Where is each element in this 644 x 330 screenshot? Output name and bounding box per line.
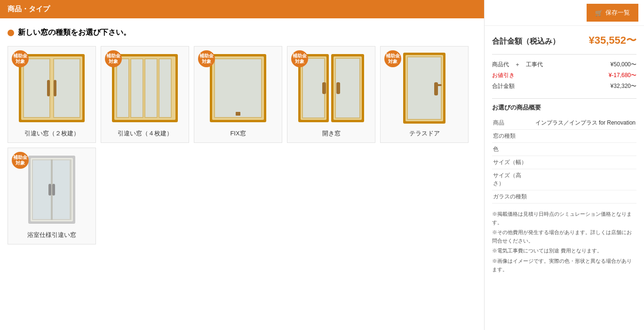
content-area: 新しい窓の種類をお選び下さい。 補助金対象	[0, 18, 484, 330]
sidebar-content: 合計金額（税込み） ¥35,552〜 商品代 ＋ 工事代¥50,000〜お値引き…	[485, 26, 644, 283]
product-row-label: 窓の種類	[492, 130, 530, 143]
divider-2	[492, 98, 636, 99]
svg-rect-7	[54, 80, 56, 96]
product-row-label: 商品	[492, 117, 530, 130]
window-card-sliding-2[interactable]: 補助金対象 引違い窓（２枚建）	[8, 46, 96, 143]
total-price: ¥35,552〜	[588, 33, 636, 47]
svg-rect-22	[236, 112, 240, 116]
product-row-value	[530, 169, 636, 190]
price-row-value: ¥-17,680〜	[585, 70, 636, 81]
product-summary-title: お選びの商品概要	[492, 103, 636, 112]
svg-rect-4	[24, 59, 49, 117]
product-row-value: インプラス／インプラス for Renovation	[530, 117, 636, 130]
svg-rect-32	[336, 82, 340, 94]
subsidy-badge-sliding-2: 補助金対象	[12, 50, 29, 67]
product-row-value	[530, 130, 636, 143]
sidebar-top-row: 🛒 保存一覧	[485, 0, 644, 26]
subsidy-badge-casement: 補助金対象	[291, 50, 308, 67]
price-row-label: お値引き	[492, 70, 585, 81]
svg-rect-42	[33, 160, 51, 219]
window-label-fix: FIX窓	[230, 129, 246, 138]
note-item: ※画像はイメージです。実際の色・形状と異なる場合があります。	[492, 257, 636, 274]
main-area: 商品・タイプ 新しい窓の種類をお選び下さい。 補助金対象	[0, 0, 484, 330]
window-grid: 補助金対象 引違い窓（２枚建） 補助	[8, 46, 477, 143]
note-item: ※電気工事費については別途 費用となります。	[492, 247, 636, 255]
notes-section: ※掲載価格は見積り日時点のシミュレーション価格となります。※その他費用が発生する…	[492, 210, 636, 274]
window-label-sliding-2: 引違い窓（２枚建）	[24, 129, 80, 138]
note-item: ※掲載価格は見積り日時点のシミュレーション価格となります。	[492, 210, 636, 227]
header-bar: 商品・タイプ	[0, 0, 484, 18]
section-title-text: 新しい窓の種類をお選び下さい。	[18, 28, 131, 38]
price-row-label: 商品代 ＋ 工事代	[492, 59, 585, 70]
product-row-label: サイズ（幅）	[492, 156, 530, 169]
total-label: 合計金額（税込み）	[492, 37, 560, 47]
section-title: 新しい窓の種類をお選び下さい。	[8, 28, 477, 38]
cart-icon: 🛒	[595, 9, 603, 16]
price-row-value: ¥50,000〜	[585, 59, 636, 70]
subsidy-badge-sliding-4: 補助金対象	[105, 50, 122, 67]
window-card-fix[interactable]: 補助金対象 FIX窓	[194, 46, 282, 143]
product-row-value	[530, 190, 636, 204]
product-row-value	[530, 143, 636, 156]
svg-rect-45	[48, 184, 51, 196]
svg-rect-21	[215, 59, 261, 117]
save-button[interactable]: 🛒 保存一覧	[587, 4, 638, 22]
price-row-label: 合計金額	[492, 81, 585, 92]
product-row-label: 色	[492, 143, 530, 156]
window-card-terrace[interactable]: 補助金対象 テラスドア	[380, 46, 469, 143]
svg-rect-6	[47, 80, 50, 96]
subsidy-badge-bathroom: 補助金対象	[12, 152, 29, 169]
price-row-value: ¥32,320〜	[585, 81, 636, 92]
product-row-value	[530, 156, 636, 169]
total-section: 合計金額（税込み） ¥35,552〜	[492, 33, 636, 47]
section-dot	[8, 30, 14, 36]
window-label-sliding-4: 引違い窓（４枚建）	[118, 129, 173, 138]
svg-rect-17	[159, 59, 171, 117]
window-card-sliding-4[interactable]: 補助金対象 引違い窓（４枚建）	[101, 46, 189, 143]
header-title: 商品・タイプ	[8, 5, 50, 13]
svg-rect-14	[117, 59, 128, 117]
svg-rect-16	[145, 59, 157, 117]
product-row-label: ガラスの種類	[492, 190, 530, 204]
divider-1	[492, 54, 636, 55]
window-card-casement[interactable]: 補助金対象	[287, 46, 375, 143]
window-label-bathroom: 浴室仕様引違い窓	[27, 231, 76, 239]
sidebar: 🛒 保存一覧 合計金額（税込み） ¥35,552〜 商品代 ＋ 工事代¥50,0…	[484, 0, 644, 330]
svg-rect-26	[303, 59, 324, 118]
subsidy-badge-fix: 補助金対象	[198, 50, 215, 67]
svg-rect-5	[54, 59, 80, 117]
subsidy-badge-terrace: 補助金対象	[384, 50, 401, 67]
window-card-bathroom[interactable]: 補助金対象 浴室仕	[8, 148, 96, 244]
svg-rect-15	[131, 59, 143, 117]
product-row-label: サイズ（高さ）	[492, 169, 530, 190]
svg-rect-31	[322, 82, 326, 94]
window-label-terrace: テラスドア	[409, 129, 440, 138]
svg-rect-46	[52, 184, 55, 196]
svg-rect-38	[436, 84, 442, 86]
save-button-label: 保存一覧	[605, 8, 630, 17]
window-label-casement: 開き窓	[322, 129, 341, 138]
price-table: 商品代 ＋ 工事代¥50,000〜お値引き¥-17,680〜合計金額¥32,32…	[492, 59, 636, 92]
product-table: 商品インプラス／インプラス for Renovation窓の種類色サイズ（幅）サ…	[492, 117, 636, 204]
window-grid-row2: 補助金対象 浴室仕	[8, 148, 477, 244]
note-item: ※その他費用が発生する場合があります。詳しくは店舗にお問合せください。	[492, 228, 636, 245]
